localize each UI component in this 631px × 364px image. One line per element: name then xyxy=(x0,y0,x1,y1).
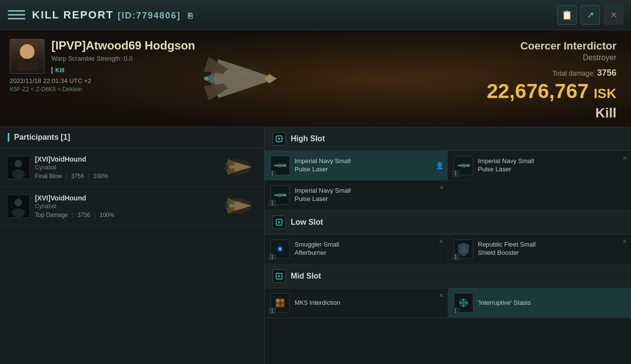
ship-thumbnail-1 xyxy=(218,154,257,181)
close-icon[interactable]: ✕ xyxy=(622,238,627,245)
close-button[interactable]: ✕ xyxy=(604,5,623,25)
damage-label: Total damage: xyxy=(552,69,595,77)
participant-stats-1: Final Blow | 3756 | 100% xyxy=(35,173,214,180)
item-qty: 1 xyxy=(269,200,276,206)
item-qty: 1 xyxy=(269,254,276,260)
high-slot-label: High Slot xyxy=(291,134,325,143)
item-qty: 1 xyxy=(452,308,459,314)
participant-stats-2: Top Damage | 3756 | 100% xyxy=(35,212,214,218)
mid-slot-label: Mid Slot xyxy=(291,272,321,281)
hero-left: [IPVP]Atwood69 Hodgson Warp Scramble Str… xyxy=(0,30,205,127)
hero-section: [IPVP]Atwood69 Hodgson Warp Scramble Str… xyxy=(0,30,631,127)
participants-header: Participants [1] xyxy=(0,127,264,148)
svg-point-32 xyxy=(283,164,286,167)
item-name: Imperial Navy SmallPulse Laser xyxy=(295,157,442,174)
participant-tag-2: Top Damage xyxy=(35,212,68,218)
close-icon[interactable]: ✕ xyxy=(622,155,627,162)
table-row: [XVI]VoidHound Cynabal Final Blow | 3756… xyxy=(0,148,264,187)
player-info: [IPVP]Atwood69 Hodgson Warp Scramble Str… xyxy=(51,39,195,74)
hero-right: Coercer Interdictor Destroyer Total dama… xyxy=(487,40,616,121)
item-icon: 1 xyxy=(270,239,290,259)
svg-point-27 xyxy=(228,204,232,208)
close-icon[interactable]: ✕ xyxy=(439,184,444,191)
list-item: 1 'Interruptive' Stasis xyxy=(448,288,631,318)
item-icon: 1 xyxy=(454,156,473,175)
header-actions: 📋 ↗ ✕ xyxy=(557,5,623,25)
participants-title: Participants [1] xyxy=(8,133,70,142)
location: K5F-Z2 < Z-D6K5 < Deklein xyxy=(10,86,195,93)
export-button[interactable]: ↗ xyxy=(581,5,600,25)
svg-point-12 xyxy=(12,169,25,178)
item-name: MK5 Interdiction xyxy=(295,299,442,307)
svg-point-61 xyxy=(462,301,465,305)
clipboard-button[interactable]: 📋 xyxy=(557,5,577,25)
participant-damage-2: 3756 xyxy=(77,212,90,218)
isk-row: 22,676,767 ISK xyxy=(487,81,616,101)
low-slot-grid: 1 Smuggler SmallAfterburner ✕ 1 Republic… xyxy=(265,234,631,265)
svg-point-21 xyxy=(12,208,25,217)
isk-currency: ISK xyxy=(594,86,616,101)
mid-slot-icon xyxy=(272,269,286,283)
page-title: KILL REPORT [ID:7794806] ⎘ xyxy=(32,9,194,21)
item-qty: 1 xyxy=(452,254,459,260)
close-icon[interactable]: ✕ xyxy=(439,292,444,299)
low-slot-icon xyxy=(272,215,286,229)
list-item: 1 Smuggler SmallAfterburner ✕ xyxy=(265,234,448,264)
list-item: 1 MK5 Interdiction ✕ xyxy=(265,288,448,318)
ship-image xyxy=(180,35,296,122)
list-item: 1 Imperial Navy SmallPulse Laser 👤 xyxy=(265,151,448,181)
svg-rect-38 xyxy=(457,165,460,166)
item-qty: 1 xyxy=(452,170,459,177)
menu-icon[interactable] xyxy=(8,6,25,24)
participant-tag-1: Final Blow xyxy=(35,173,62,180)
item-icon: 1 xyxy=(454,239,473,259)
svg-rect-57 xyxy=(281,303,284,307)
svg-rect-54 xyxy=(276,299,280,302)
list-item: 1 Imperial Navy SmallPulse Laser ✕ xyxy=(265,181,448,210)
item-icon: 1 xyxy=(270,293,290,313)
item-icon: 1 xyxy=(454,293,473,313)
close-icon[interactable]: ✕ xyxy=(439,238,444,245)
participant-name-2: [XVI]VoidHound xyxy=(35,194,214,202)
participant-name-1: [XVI]VoidHound xyxy=(35,155,214,163)
left-panel: Participants [1] [XVI]VoidHound Cynabal … xyxy=(0,127,265,364)
item-name: Smuggler SmallAfterburner xyxy=(295,241,442,257)
person-icon: 👤 xyxy=(435,162,444,169)
high-slot-header: High Slot xyxy=(265,127,631,151)
header: KILL REPORT [ID:7794806] ⎘ 📋 ↗ ✕ xyxy=(0,0,631,30)
item-qty: 1 xyxy=(269,308,276,314)
participant-damage-1: 3756 xyxy=(71,173,84,180)
damage-row: Total damage: 3756 xyxy=(487,68,616,78)
item-icon: 1 xyxy=(270,185,290,205)
result-label: Kill xyxy=(487,105,616,121)
low-slot-header: Low Slot xyxy=(265,211,631,234)
participant-ship-2: Cynabal xyxy=(35,203,214,210)
player-name: [IPVP]Atwood69 Hodgson xyxy=(51,39,195,53)
ship-name-text: Coercer Interdictor xyxy=(520,40,616,52)
ship-class: Coercer Interdictor xyxy=(487,40,616,52)
svg-point-42 xyxy=(283,194,286,197)
participant-percent-1: 100% xyxy=(93,173,108,180)
player-row: [IPVP]Atwood69 Hodgson Warp Scramble Str… xyxy=(10,39,195,74)
damage-value: 3756 xyxy=(597,68,616,78)
svg-point-7 xyxy=(204,77,209,81)
timestamp: 2022/11/18 22:01:34 UTC +2 xyxy=(10,77,195,84)
svg-rect-55 xyxy=(281,299,284,302)
item-name: Republic Fleet SmallShield Booster xyxy=(478,241,626,257)
participant-percent-2: 100% xyxy=(100,212,115,218)
svg-rect-56 xyxy=(276,303,280,307)
item-name: Imperial Navy SmallPulse Laser xyxy=(478,157,626,174)
list-item: 1 Imperial Navy SmallPulse Laser ✕ xyxy=(448,151,631,181)
copy-icon[interactable]: ⎘ xyxy=(188,12,194,20)
mid-slot-header: Mid Slot xyxy=(265,265,631,288)
item-name: Imperial Navy SmallPulse Laser xyxy=(295,187,442,203)
table-row: [XVI]VoidHound Cynabal Top Damage | 3756… xyxy=(0,187,264,226)
warp-scramble: Warp Scramble Strength: 0.0 xyxy=(51,55,195,62)
item-icon: 1 xyxy=(270,156,290,175)
high-slot-icon xyxy=(272,132,286,146)
svg-point-20 xyxy=(15,199,22,206)
svg-point-49 xyxy=(279,248,281,250)
item-qty: 1 xyxy=(269,170,276,177)
high-slot-grid: 1 Imperial Navy SmallPulse Laser 👤 1 xyxy=(265,151,631,211)
svg-point-11 xyxy=(15,160,22,167)
